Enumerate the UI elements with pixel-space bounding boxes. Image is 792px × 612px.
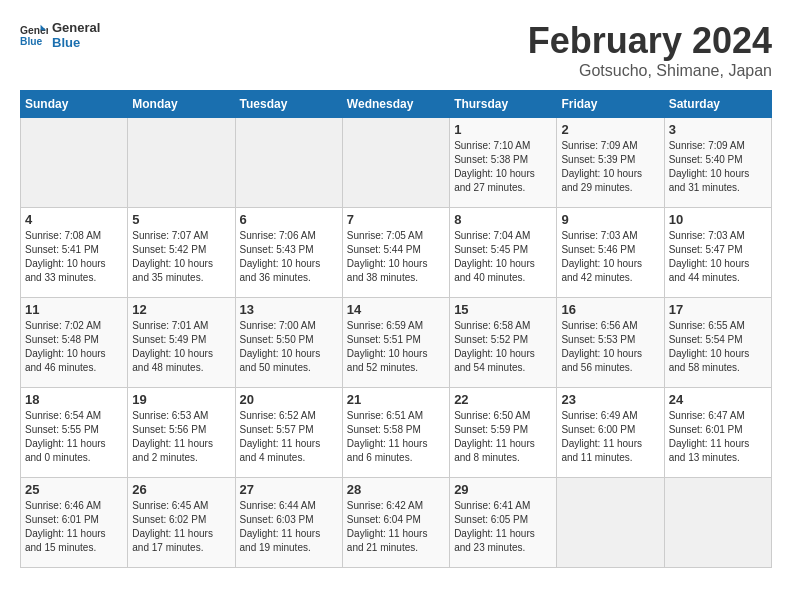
day-cell: 7Sunrise: 7:05 AM Sunset: 5:44 PM Daylig…: [342, 208, 449, 298]
day-number: 23: [561, 392, 659, 407]
svg-text:Blue: Blue: [20, 36, 43, 47]
day-cell: [235, 118, 342, 208]
day-info: Sunrise: 6:52 AM Sunset: 5:57 PM Dayligh…: [240, 409, 338, 465]
day-cell: 11Sunrise: 7:02 AM Sunset: 5:48 PM Dayli…: [21, 298, 128, 388]
day-cell: 17Sunrise: 6:55 AM Sunset: 5:54 PM Dayli…: [664, 298, 771, 388]
day-number: 19: [132, 392, 230, 407]
day-cell: 28Sunrise: 6:42 AM Sunset: 6:04 PM Dayli…: [342, 478, 449, 568]
day-cell: 5Sunrise: 7:07 AM Sunset: 5:42 PM Daylig…: [128, 208, 235, 298]
day-info: Sunrise: 6:44 AM Sunset: 6:03 PM Dayligh…: [240, 499, 338, 555]
day-number: 11: [25, 302, 123, 317]
title-area: February 2024 Gotsucho, Shimane, Japan: [528, 20, 772, 80]
day-cell: 13Sunrise: 7:00 AM Sunset: 5:50 PM Dayli…: [235, 298, 342, 388]
day-info: Sunrise: 7:09 AM Sunset: 5:40 PM Dayligh…: [669, 139, 767, 195]
day-cell: [557, 478, 664, 568]
day-cell: 8Sunrise: 7:04 AM Sunset: 5:45 PM Daylig…: [450, 208, 557, 298]
day-number: 21: [347, 392, 445, 407]
header-tuesday: Tuesday: [235, 91, 342, 118]
day-number: 13: [240, 302, 338, 317]
day-cell: 26Sunrise: 6:45 AM Sunset: 6:02 PM Dayli…: [128, 478, 235, 568]
day-number: 16: [561, 302, 659, 317]
day-number: 25: [25, 482, 123, 497]
day-number: 12: [132, 302, 230, 317]
day-number: 6: [240, 212, 338, 227]
logo-icon: General Blue: [20, 21, 48, 49]
logo-line1: General: [52, 20, 100, 35]
week-row-4: 18Sunrise: 6:54 AM Sunset: 5:55 PM Dayli…: [21, 388, 772, 478]
day-cell: 9Sunrise: 7:03 AM Sunset: 5:46 PM Daylig…: [557, 208, 664, 298]
day-number: 26: [132, 482, 230, 497]
header-sunday: Sunday: [21, 91, 128, 118]
day-info: Sunrise: 6:45 AM Sunset: 6:02 PM Dayligh…: [132, 499, 230, 555]
day-number: 7: [347, 212, 445, 227]
day-cell: 18Sunrise: 6:54 AM Sunset: 5:55 PM Dayli…: [21, 388, 128, 478]
day-info: Sunrise: 7:02 AM Sunset: 5:48 PM Dayligh…: [25, 319, 123, 375]
day-cell: 1Sunrise: 7:10 AM Sunset: 5:38 PM Daylig…: [450, 118, 557, 208]
day-info: Sunrise: 7:10 AM Sunset: 5:38 PM Dayligh…: [454, 139, 552, 195]
day-info: Sunrise: 6:50 AM Sunset: 5:59 PM Dayligh…: [454, 409, 552, 465]
header-saturday: Saturday: [664, 91, 771, 118]
day-cell: 10Sunrise: 7:03 AM Sunset: 5:47 PM Dayli…: [664, 208, 771, 298]
day-info: Sunrise: 6:47 AM Sunset: 6:01 PM Dayligh…: [669, 409, 767, 465]
day-info: Sunrise: 6:55 AM Sunset: 5:54 PM Dayligh…: [669, 319, 767, 375]
week-row-5: 25Sunrise: 6:46 AM Sunset: 6:01 PM Dayli…: [21, 478, 772, 568]
day-info: Sunrise: 6:41 AM Sunset: 6:05 PM Dayligh…: [454, 499, 552, 555]
day-info: Sunrise: 7:06 AM Sunset: 5:43 PM Dayligh…: [240, 229, 338, 285]
day-cell: 29Sunrise: 6:41 AM Sunset: 6:05 PM Dayli…: [450, 478, 557, 568]
day-number: 29: [454, 482, 552, 497]
week-row-2: 4Sunrise: 7:08 AM Sunset: 5:41 PM Daylig…: [21, 208, 772, 298]
day-info: Sunrise: 7:07 AM Sunset: 5:42 PM Dayligh…: [132, 229, 230, 285]
day-cell: [21, 118, 128, 208]
day-number: 24: [669, 392, 767, 407]
day-number: 18: [25, 392, 123, 407]
day-info: Sunrise: 6:46 AM Sunset: 6:01 PM Dayligh…: [25, 499, 123, 555]
header-monday: Monday: [128, 91, 235, 118]
day-cell: 22Sunrise: 6:50 AM Sunset: 5:59 PM Dayli…: [450, 388, 557, 478]
day-info: Sunrise: 6:42 AM Sunset: 6:04 PM Dayligh…: [347, 499, 445, 555]
day-number: 17: [669, 302, 767, 317]
day-number: 22: [454, 392, 552, 407]
day-number: 14: [347, 302, 445, 317]
day-number: 27: [240, 482, 338, 497]
day-number: 2: [561, 122, 659, 137]
day-info: Sunrise: 7:09 AM Sunset: 5:39 PM Dayligh…: [561, 139, 659, 195]
day-number: 3: [669, 122, 767, 137]
day-info: Sunrise: 7:03 AM Sunset: 5:47 PM Dayligh…: [669, 229, 767, 285]
day-info: Sunrise: 6:59 AM Sunset: 5:51 PM Dayligh…: [347, 319, 445, 375]
day-info: Sunrise: 6:49 AM Sunset: 6:00 PM Dayligh…: [561, 409, 659, 465]
calendar-title: February 2024: [528, 20, 772, 62]
day-info: Sunrise: 6:51 AM Sunset: 5:58 PM Dayligh…: [347, 409, 445, 465]
logo-line2: Blue: [52, 35, 100, 50]
day-info: Sunrise: 6:56 AM Sunset: 5:53 PM Dayligh…: [561, 319, 659, 375]
day-number: 1: [454, 122, 552, 137]
day-cell: 23Sunrise: 6:49 AM Sunset: 6:00 PM Dayli…: [557, 388, 664, 478]
day-cell: 6Sunrise: 7:06 AM Sunset: 5:43 PM Daylig…: [235, 208, 342, 298]
day-number: 15: [454, 302, 552, 317]
day-cell: [128, 118, 235, 208]
day-cell: 27Sunrise: 6:44 AM Sunset: 6:03 PM Dayli…: [235, 478, 342, 568]
day-info: Sunrise: 7:00 AM Sunset: 5:50 PM Dayligh…: [240, 319, 338, 375]
day-cell: 15Sunrise: 6:58 AM Sunset: 5:52 PM Dayli…: [450, 298, 557, 388]
day-cell: 16Sunrise: 6:56 AM Sunset: 5:53 PM Dayli…: [557, 298, 664, 388]
day-info: Sunrise: 6:54 AM Sunset: 5:55 PM Dayligh…: [25, 409, 123, 465]
day-cell: 14Sunrise: 6:59 AM Sunset: 5:51 PM Dayli…: [342, 298, 449, 388]
day-cell: 12Sunrise: 7:01 AM Sunset: 5:49 PM Dayli…: [128, 298, 235, 388]
calendar-subtitle: Gotsucho, Shimane, Japan: [528, 62, 772, 80]
calendar-header-row: SundayMondayTuesdayWednesdayThursdayFrid…: [21, 91, 772, 118]
day-number: 28: [347, 482, 445, 497]
day-info: Sunrise: 7:04 AM Sunset: 5:45 PM Dayligh…: [454, 229, 552, 285]
day-number: 8: [454, 212, 552, 227]
day-info: Sunrise: 7:08 AM Sunset: 5:41 PM Dayligh…: [25, 229, 123, 285]
day-cell: 19Sunrise: 6:53 AM Sunset: 5:56 PM Dayli…: [128, 388, 235, 478]
day-cell: 3Sunrise: 7:09 AM Sunset: 5:40 PM Daylig…: [664, 118, 771, 208]
day-cell: 4Sunrise: 7:08 AM Sunset: 5:41 PM Daylig…: [21, 208, 128, 298]
header: General Blue General Blue February 2024 …: [20, 20, 772, 80]
day-number: 4: [25, 212, 123, 227]
day-number: 5: [132, 212, 230, 227]
day-number: 9: [561, 212, 659, 227]
day-cell: 21Sunrise: 6:51 AM Sunset: 5:58 PM Dayli…: [342, 388, 449, 478]
day-cell: 24Sunrise: 6:47 AM Sunset: 6:01 PM Dayli…: [664, 388, 771, 478]
day-cell: 25Sunrise: 6:46 AM Sunset: 6:01 PM Dayli…: [21, 478, 128, 568]
day-cell: [664, 478, 771, 568]
header-thursday: Thursday: [450, 91, 557, 118]
